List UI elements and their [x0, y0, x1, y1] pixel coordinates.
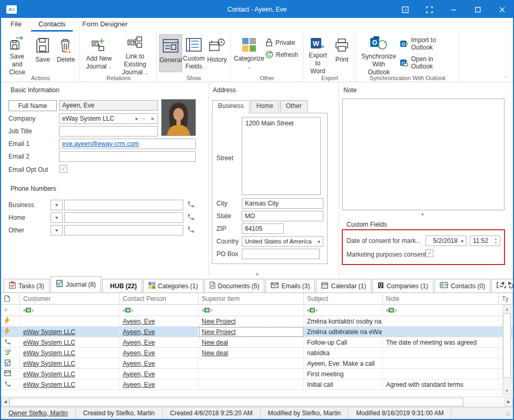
- row-type-icon-cell[interactable]: [1, 379, 20, 390]
- menu-form-designer[interactable]: Form Designer: [75, 18, 135, 32]
- email-opt-out-checkbox[interactable]: ✓: [60, 165, 67, 173]
- note-collapse-icon[interactable]: ▾: [421, 212, 424, 217]
- superior-item-cell[interactable]: [199, 369, 304, 379]
- contact-photo[interactable]: [161, 99, 196, 136]
- scroll-right-icon[interactable]: ▶: [505, 398, 513, 406]
- type-column-header[interactable]: [1, 293, 20, 305]
- phone-icon[interactable]: [187, 200, 195, 210]
- subject-cell[interactable]: Změna kontaktní osoby na ...: [304, 316, 383, 327]
- tab-contacts[interactable]: Contacts (0): [434, 279, 490, 292]
- phone-type-dropdown-icon[interactable]: ▼: [51, 225, 63, 236]
- superior-item-cell[interactable]: New deal: [199, 348, 304, 358]
- customer-cell[interactable]: eWay System LLC: [20, 327, 120, 337]
- superior-item-cell[interactable]: [199, 358, 304, 369]
- custom-fields-button[interactable]: Custom Fields: [182, 34, 205, 72]
- consent-time-spinner[interactable]: 11:52 ▲▼: [470, 236, 500, 246]
- row-type-icon-cell[interactable]: [1, 358, 20, 369]
- superior-item-column-header[interactable]: Superior Item: [199, 293, 304, 305]
- status-owner-link[interactable]: Owner Stefko, Martin: [1, 409, 76, 417]
- form-collapse-icon[interactable]: ▴: [256, 271, 259, 276]
- company-field[interactable]: eWay System LLC ▾⋯✕: [59, 113, 158, 124]
- spin-up-icon[interactable]: ▲: [495, 237, 497, 241]
- filter-equals-icon[interactable]: =: [1, 305, 20, 316]
- city-field[interactable]: Kansas City: [242, 198, 323, 209]
- filter-subject[interactable]: aBc: [304, 305, 383, 316]
- phone-type-dropdown-icon[interactable]: ▼: [51, 200, 63, 210]
- subject-cell[interactable]: Initial call: [304, 379, 383, 390]
- journal-row[interactable]: Ayeen, EveNew ProjectZměna kontaktní oso…: [1, 316, 513, 327]
- company-dropdown-icon[interactable]: ▾: [135, 116, 138, 122]
- tab-scroll-right-icon[interactable]: ▶: [508, 280, 512, 286]
- customer-cell[interactable]: eWay System LLC: [20, 358, 120, 369]
- refresh-button[interactable]: Refresh: [265, 51, 298, 58]
- general-button[interactable]: General: [159, 34, 182, 72]
- save-and-close-button[interactable]: Save and Close: [3, 34, 31, 72]
- address-tab-home[interactable]: Home: [251, 100, 279, 112]
- subject-cell[interactable]: Follow-up Call: [304, 337, 383, 348]
- hscroll-thumb[interactable]: [9, 398, 463, 406]
- scroll-down-icon[interactable]: ▼: [503, 387, 511, 395]
- resize-grip[interactable]: [506, 412, 511, 417]
- tab-tasks[interactable]: Tasks (3): [4, 279, 50, 292]
- country-dropdown-icon[interactable]: ▾: [318, 239, 320, 245]
- filter-customer[interactable]: aBc: [20, 305, 120, 316]
- customer-cell[interactable]: eWay System LLC: [20, 337, 120, 348]
- tab-companies[interactable]: Companies (1): [372, 279, 433, 292]
- fullscreen-icon[interactable]: [417, 0, 441, 19]
- phone-type-dropdown-icon[interactable]: ▼: [51, 212, 63, 223]
- horizontal-scrollbar[interactable]: ◀ ▶: [1, 396, 513, 407]
- company-ellipsis-icon[interactable]: ⋯: [142, 116, 147, 122]
- scroll-thumb[interactable]: [503, 314, 511, 378]
- customer-cell[interactable]: [20, 316, 120, 327]
- tab-hub[interactable]: HUB (22): [102, 279, 142, 292]
- zip-field[interactable]: 64105: [242, 223, 284, 234]
- save-button[interactable]: Save: [31, 34, 54, 72]
- contact-person-cell[interactable]: Ayeen, Eve: [120, 327, 199, 337]
- country-dropdown[interactable]: United States of America ▾: [242, 236, 323, 247]
- marketing-consent-checkbox[interactable]: ✓: [426, 249, 433, 257]
- maximize-icon[interactable]: [466, 0, 490, 19]
- customer-cell[interactable]: eWay System LLC: [20, 348, 120, 358]
- phone-number-field[interactable]: [64, 225, 183, 236]
- collapse-ribbon-icon[interactable]: ︿: [503, 72, 509, 80]
- email1-field[interactable]: eve.ayeen@eway-crm.com: [59, 139, 196, 149]
- tab-scroll-left-icon[interactable]: ◀: [500, 280, 504, 286]
- contact-person-column-header[interactable]: Contact Person: [120, 293, 199, 305]
- row-type-icon-cell[interactable]: [1, 348, 20, 358]
- synchronize-outlook-button[interactable]: O Synchronize With Outlook: [358, 34, 400, 72]
- street-textarea[interactable]: 1200 Main Street: [242, 117, 321, 195]
- email2-field[interactable]: [59, 151, 196, 162]
- tab-calendar[interactable]: Calendar (1): [316, 279, 371, 292]
- customer-column-header[interactable]: Customer: [20, 293, 120, 305]
- note-cell[interactable]: The date of meeting was agreed: [383, 337, 499, 348]
- note-cell[interactable]: Agreed with standard terms: [383, 379, 499, 390]
- journal-row[interactable]: eWay System LLCAyeen, EveNew ProjectZměn…: [1, 327, 513, 337]
- note-cell[interactable]: [383, 348, 499, 358]
- filter-superior[interactable]: aBc: [199, 305, 304, 316]
- export-to-word-button[interactable]: W Export to Word: [305, 34, 330, 72]
- note-cell[interactable]: [383, 316, 499, 327]
- note-cell[interactable]: [383, 327, 499, 337]
- filter-note[interactable]: aBc: [383, 305, 499, 316]
- history-button[interactable]: History: [205, 34, 229, 72]
- open-in-outlook-button[interactable]: O Open in Outlook: [400, 55, 457, 70]
- job-title-field[interactable]: [59, 126, 158, 136]
- link-existing-journal-button[interactable]: Link to Existing Journal ⌄: [116, 34, 154, 72]
- subject-cell[interactable]: Změna odběratele na eWay...: [304, 327, 383, 337]
- journal-row[interactable]: eWay System LLCAyeen, EveInitial callAgr…: [1, 379, 513, 390]
- subject-column-header[interactable]: Subject: [304, 293, 383, 305]
- row-type-icon-cell[interactable]: [1, 337, 20, 348]
- contact-person-cell[interactable]: Ayeen, Eve: [120, 358, 199, 369]
- contact-person-cell[interactable]: Ayeen, Eve: [120, 316, 199, 327]
- journal-row[interactable]: eWay System LLCAyeen, EveFirst meeting: [1, 369, 513, 379]
- subject-cell[interactable]: Ayeen, Eve: Make a call: [304, 358, 383, 369]
- contact-person-cell[interactable]: Ayeen, Eve: [120, 348, 199, 358]
- po-box-field[interactable]: [242, 249, 320, 259]
- add-new-journal-button[interactable]: Add New Journal ⌄: [82, 34, 116, 72]
- subject-cell[interactable]: nabídka: [304, 348, 383, 358]
- customer-cell[interactable]: eWay System LLC: [20, 369, 120, 379]
- superior-item-cell[interactable]: [199, 379, 304, 390]
- full-name-button[interactable]: Full Name: [8, 100, 57, 111]
- date-dropdown-icon[interactable]: ▾: [461, 238, 463, 244]
- print-button[interactable]: Print: [330, 34, 353, 72]
